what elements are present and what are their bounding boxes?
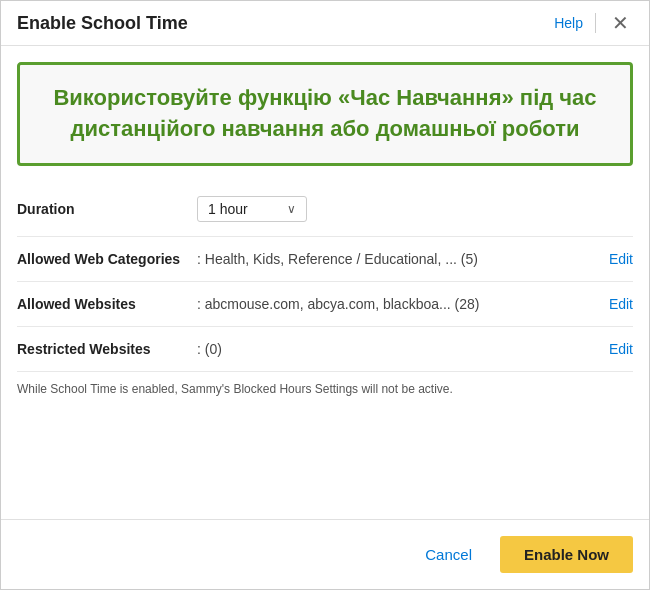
header-right: Help ✕ [554,11,633,35]
enable-school-time-dialog: Enable School Time Help ✕ Використовуйте… [0,0,650,590]
duration-label: Duration [17,201,197,217]
allowed-web-categories-label: Allowed Web Categories [17,251,197,267]
duration-dropdown[interactable]: 1 hour ∨ [197,196,307,222]
close-button[interactable]: ✕ [608,11,633,35]
allowed-web-categories-value: : Health, Kids, Reference / Educational,… [197,251,601,267]
allowed-websites-value: : abcmouse.com, abcya.com, blackboa... (… [197,296,601,312]
allowed-websites-row: Allowed Websites : abcmouse.com, abcya.c… [17,282,633,327]
cancel-button[interactable]: Cancel [409,538,488,571]
banner: Використовуйте функцію «Час Навчання» пі… [17,62,633,166]
allowed-websites-edit[interactable]: Edit [609,296,633,312]
duration-row: Duration 1 hour ∨ [17,182,633,237]
allowed-web-categories-edit[interactable]: Edit [609,251,633,267]
restricted-websites-label: Restricted Websites [17,341,197,357]
dialog-title: Enable School Time [17,13,188,34]
content-area: Duration 1 hour ∨ Allowed Web Categories… [1,174,649,519]
banner-text: Використовуйте функцію «Час Навчання» пі… [40,83,610,145]
allowed-websites-label: Allowed Websites [17,296,197,312]
enable-now-button[interactable]: Enable Now [500,536,633,573]
header-divider [595,13,596,33]
restricted-websites-row: Restricted Websites : (0) Edit [17,327,633,372]
allowed-web-categories-row: Allowed Web Categories : Health, Kids, R… [17,237,633,282]
duration-value: 1 hour [208,201,248,217]
note-text: While School Time is enabled, Sammy's Bl… [17,372,633,404]
chevron-down-icon: ∨ [287,202,296,216]
help-link[interactable]: Help [554,15,583,31]
restricted-websites-edit[interactable]: Edit [609,341,633,357]
dialog-header: Enable School Time Help ✕ [1,1,649,46]
restricted-websites-value: : (0) [197,341,601,357]
dialog-footer: Cancel Enable Now [1,519,649,589]
